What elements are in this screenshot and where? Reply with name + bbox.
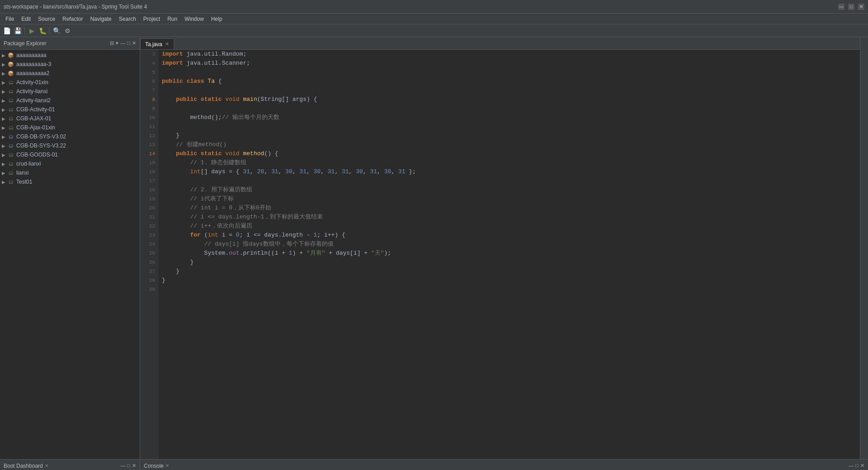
tab-ta-java[interactable]: Ta.java ✕ <box>140 38 174 49</box>
boot-dashboard-title: Boot Dashboard <box>4 463 43 469</box>
main-layout: Package Explorer ⊟ ▾ — □ ✕ ▶ 📦 aaaaaaaaa… <box>0 37 868 459</box>
package-explorer: Package Explorer ⊟ ▾ — □ ✕ ▶ 📦 aaaaaaaaa… <box>0 37 140 459</box>
line-num-29: 29 <box>140 285 155 294</box>
project-icon: 🗂 <box>7 169 14 176</box>
toolbar: 📄 💾 ▶ 🐛 🔍 ⚙ <box>0 24 868 37</box>
menu-bar: File Edit Source Refactor Navigate Searc… <box>0 14 868 24</box>
arrow-icon: ▶ <box>2 80 7 85</box>
line-num-11: 11 <box>140 122 155 131</box>
bd-minimize-icon[interactable]: — <box>120 463 125 469</box>
tree-item-lianxi[interactable]: ▶ 🗂 lianxi <box>0 168 140 177</box>
package-icon: 📦 <box>7 61 14 68</box>
tree-item-aaaaaaaaaa-3[interactable]: ▶ 📦 aaaaaaaaaa-3 <box>0 60 140 69</box>
menu-help[interactable]: Help <box>208 14 226 24</box>
project-icon: 🗂 <box>7 151 14 158</box>
console-minimize-icon[interactable]: — <box>849 463 854 469</box>
tree-item-activity-lianxi2[interactable]: ▶ 🗂 Activity-lianxi2 <box>0 96 140 105</box>
line-num-24: 24 <box>140 240 155 249</box>
package-explorer-title: Package Explorer <box>4 40 110 47</box>
maximize-button[interactable]: □ <box>848 4 854 10</box>
minimize-button[interactable]: — <box>838 4 844 10</box>
tree-item-label: crud-lianxi <box>16 161 41 167</box>
tree-item-label: Activity-01xin <box>16 79 48 85</box>
title-bar: sts-workspace - lianxi/src/lianxi/Ta.jav… <box>0 0 868 14</box>
line-num-16: 16 <box>140 167 155 176</box>
project-icon: 🗂 <box>7 106 14 113</box>
close-button[interactable]: ✕ <box>858 4 864 10</box>
menu-edit[interactable]: Edit <box>18 14 34 24</box>
menu-source[interactable]: Source <box>34 14 59 24</box>
package-explorer-header: Package Explorer ⊟ ▾ — □ ✕ <box>0 37 140 50</box>
console-title: Console <box>144 463 164 469</box>
tree-item-aaaaaaaaaa2[interactable]: ▶ 📦 aaaaaaaaaa2 <box>0 69 140 78</box>
line-num-13: 13 <box>140 140 155 149</box>
code-editor[interactable]: 3 4 5 6 7 8 9 10 11 12 13 14 15 16 17 18… <box>140 50 860 459</box>
line-num-3: 3 <box>140 50 155 59</box>
tree-item-label: CGB-Activity-01 <box>16 106 55 113</box>
tree-item-aaaaaaaaaa[interactable]: ▶ 📦 aaaaaaaaaa <box>0 51 140 60</box>
pe-collapse-icon[interactable]: ⊟ <box>110 40 114 46</box>
bd-maximize-icon[interactable]: □ <box>127 463 130 469</box>
toolbar-separator-2 <box>49 27 50 35</box>
line-num-8: 8 <box>140 95 155 104</box>
bd-header-x: ✕ <box>45 463 48 468</box>
tree-item-cgb-db-sys-v302[interactable]: ▶ 🗂 CGB-DB-SYS-V3.02 <box>0 132 140 141</box>
bd-close-icon[interactable]: ✕ <box>132 463 136 469</box>
tree-item-cgb-activity-01[interactable]: ▶ 🗂 CGB-Activity-01 <box>0 105 140 114</box>
line-num-14: 14 <box>140 149 155 158</box>
debug-button[interactable]: 🐛 <box>38 26 47 36</box>
console-header-x: ✕ <box>165 463 169 468</box>
tree-item-activity-01xin[interactable]: ▶ 🗂 Activity-01xin <box>0 78 140 87</box>
menu-refactor[interactable]: Refactor <box>59 14 86 24</box>
console-maximize-icon[interactable]: □ <box>855 463 859 469</box>
arrow-icon: ▶ <box>2 98 7 103</box>
run-button[interactable]: ▶ <box>27 26 37 36</box>
tab-close-icon[interactable]: ✕ <box>165 41 169 47</box>
project-icon: 🗂 <box>7 88 14 95</box>
arrow-icon: ▶ <box>2 125 7 130</box>
pe-close-icon[interactable]: ✕ <box>132 40 136 46</box>
editor-tabs: Ta.java ✕ <box>140 37 860 50</box>
window-controls: — □ ✕ <box>838 4 864 10</box>
line-num-23: 23 <box>140 231 155 240</box>
pe-minimize-icon[interactable]: — <box>120 40 125 46</box>
menu-search[interactable]: Search <box>115 14 140 24</box>
menu-navigate[interactable]: Navigate <box>86 14 115 24</box>
right-panel <box>860 37 868 459</box>
menu-window[interactable]: Window <box>181 14 208 24</box>
tree-item-cgb-goods-01[interactable]: ▶ 🗂 CGB-GOODS-01 <box>0 150 140 159</box>
toolbar-separator-1 <box>24 27 25 35</box>
line-num-5: 5 <box>140 68 155 77</box>
tree-item-cgb-ajax-01[interactable]: ▶ 🗂 CGB-AJAX-01 <box>0 114 140 123</box>
search-button[interactable]: 🔍 <box>52 26 61 36</box>
tree-item-cgb-ajax-01xin[interactable]: ▶ 🗂 CGB-Ajax-01xin <box>0 123 140 132</box>
tree-item-cgb-db-sys-v322[interactable]: ▶ 🗂 CGB-DB-SYS-V3.22 <box>0 141 140 150</box>
code-content[interactable]: import java.util.Random; import java.uti… <box>158 50 860 459</box>
arrow-icon: ▶ <box>2 116 7 121</box>
line-num-19: 19 <box>140 195 155 204</box>
boot-dashboard: Boot Dashboard ✕ — □ ✕ ▶ ■ ↺ 🌐 🐛 ✏ 💡 + − <box>0 460 140 470</box>
tree-item-crud-lianxi[interactable]: ▶ 🗂 crud-lianxi <box>0 159 140 168</box>
arrow-icon: ▶ <box>2 53 7 58</box>
arrow-icon: ▶ <box>2 134 7 139</box>
menu-run[interactable]: Run <box>164 14 181 24</box>
arrow-icon: ▶ <box>2 107 7 112</box>
pe-menu-icon[interactable]: ▾ <box>116 40 118 46</box>
settings-button[interactable]: ⚙ <box>62 26 72 36</box>
line-num-9: 9 <box>140 104 155 113</box>
new-button[interactable]: 📄 <box>2 26 12 36</box>
menu-file[interactable]: File <box>2 14 18 24</box>
tree-item-label: Activity-lianxi2 <box>16 97 51 104</box>
console-close-icon[interactable]: ✕ <box>860 463 864 469</box>
save-button[interactable]: 💾 <box>13 26 23 36</box>
tree-item-test01[interactable]: ▶ 🗂 Test01 <box>0 177 140 186</box>
project-icon: 🗂 <box>7 178 14 185</box>
pe-maximize-icon[interactable]: □ <box>127 40 130 46</box>
bd-header-controls: — □ ✕ <box>120 463 136 469</box>
project-icon: 🗂 <box>7 124 14 131</box>
package-icon: 📦 <box>7 70 14 77</box>
tree-item-activity-lianxi[interactable]: ▶ 🗂 Activity-lianxi <box>0 87 140 96</box>
menu-project[interactable]: Project <box>140 14 164 24</box>
package-icon: 📦 <box>7 52 14 59</box>
arrow-icon: ▶ <box>2 171 7 176</box>
